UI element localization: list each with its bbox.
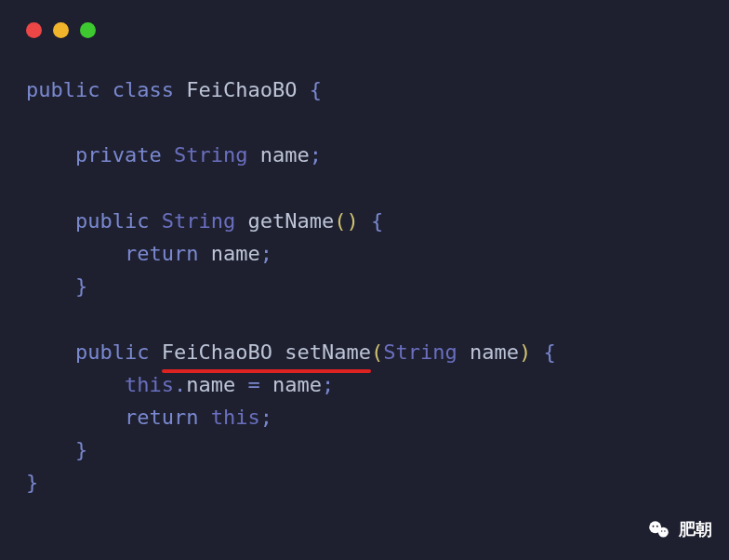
class-name: FeiChaoBO [186,78,297,101]
paren-close: ) [346,209,358,233]
svg-point-3 [656,525,658,527]
keyword-class: class [113,78,174,101]
keyword-return: return [125,242,198,265]
brace-close: } [75,438,87,461]
keyword-return: return [125,406,198,429]
method-getname: getName [247,209,334,233]
red-underline [162,369,371,373]
param-name: name [470,340,519,364]
semicolon: ; [260,406,272,429]
watermark-text: 肥朝 [679,516,712,543]
underlined-signature: FeiChaoBO setName [162,336,371,368]
brace-open: { [371,209,383,233]
param-type: String [383,340,457,364]
close-dot [26,22,42,38]
rhs-name: name [272,373,322,396]
return-type: FeiChaoBO [162,340,272,364]
dot-op: . [174,373,186,396]
type-string: String [162,209,235,233]
svg-point-5 [664,530,666,532]
svg-point-2 [653,525,655,527]
paren-open: ( [334,209,346,233]
maximize-dot [80,22,96,38]
semicolon: ; [310,143,322,167]
paren-close: ) [519,340,531,364]
brace-close: } [26,471,38,494]
return-name: name [211,242,260,265]
field-name: name [260,143,310,167]
keyword-this: this [211,406,260,429]
semicolon: ; [260,242,272,265]
equals: = [247,373,259,396]
keyword-public: public [75,340,149,364]
watermark: 肥朝 [647,516,712,543]
paren-open: ( [371,340,383,364]
minimize-dot [53,22,69,38]
brace-open: { [310,78,322,101]
svg-point-1 [658,527,669,537]
code-block: public class FeiChaoBO { private String … [0,38,729,499]
brace-open: { [543,340,555,364]
type-string: String [174,143,247,167]
window-titlebar [0,0,729,38]
keyword-private: private [75,143,162,167]
keyword-public: public [75,209,149,233]
svg-point-4 [661,530,663,532]
wechat-icon [647,518,671,542]
field-ref: name [186,373,235,396]
brace-close: } [75,274,87,298]
keyword-this: this [125,373,174,396]
method-setname: setName [285,340,371,364]
semicolon: ; [322,373,334,396]
keyword-public: public [26,78,99,101]
